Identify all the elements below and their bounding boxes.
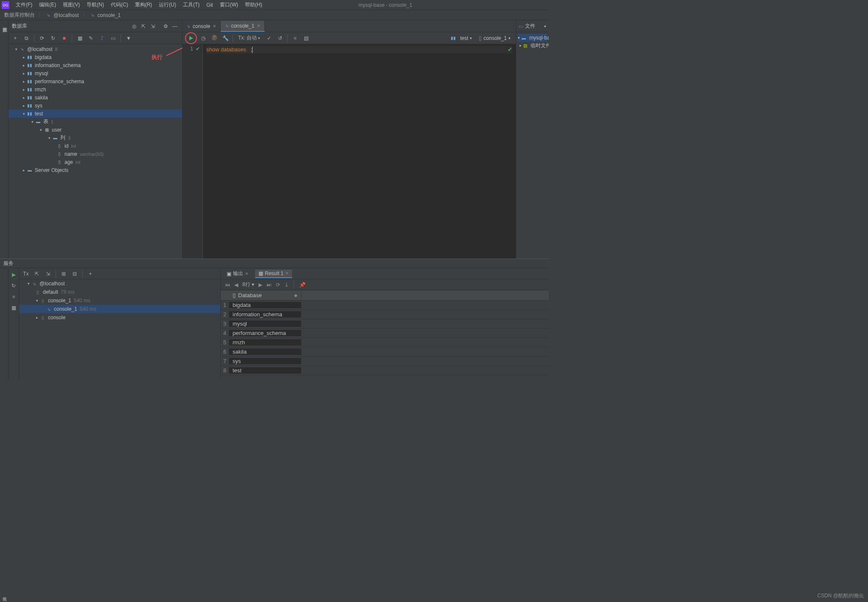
menu-view[interactable]: 视图(V) [60, 0, 83, 9]
tree-host[interactable]: ▾ ⇘ @localhost 8 [8, 45, 182, 53]
table-row[interactable]: 6sakila [221, 347, 549, 357]
crumb-host[interactable]: @localhost [53, 12, 79, 18]
menu-git[interactable]: Git [203, 1, 216, 9]
rollback-icon[interactable]: ↺ [275, 34, 285, 43]
result-tab[interactable]: ▦Result 1✕ [255, 270, 292, 278]
table-row[interactable]: 1bigdata [221, 301, 549, 310]
cell-database[interactable]: mysql [229, 321, 301, 327]
stop-icon[interactable]: ■ [10, 293, 17, 301]
tab-console[interactable]: ⇘ console ✕ [183, 21, 221, 32]
table-row[interactable]: 5rmzh [221, 338, 549, 347]
close-icon[interactable]: ✕ [257, 23, 260, 28]
export-icon[interactable]: ⤓ [284, 282, 289, 288]
run-icon[interactable]: ▶ [10, 271, 17, 278]
edit-icon[interactable]: ✎ [87, 34, 95, 42]
menu-code[interactable]: 代码(C) [108, 0, 131, 9]
crumb-console[interactable]: console_1 [98, 12, 121, 18]
table-row[interactable]: 7sys [221, 357, 549, 366]
svc-console1-session[interactable]: ▾▯console_1540 ms [19, 296, 220, 305]
svc-default[interactable]: ▯default78 ms [19, 288, 220, 296]
menu-tools[interactable]: 工具(T) [180, 0, 202, 9]
add-icon[interactable]: + [86, 270, 95, 278]
schema-performance_schema[interactable]: ▸▮▮performance_schema [8, 77, 182, 85]
group-icon[interactable]: ⊞ [59, 270, 68, 278]
column-age[interactable]: ▯ageint [8, 158, 182, 166]
gear-icon[interactable]: ⚙ [162, 23, 169, 30]
column-name[interactable]: ▯namevarchar(50) [8, 150, 182, 158]
menu-edit[interactable]: 编辑(E) [36, 0, 59, 9]
menu-refactor[interactable]: 重构(R) [132, 0, 155, 9]
schema-test[interactable]: ▾▮▮test [8, 110, 182, 118]
rerun-icon[interactable]: ↻ [10, 282, 17, 290]
table-user[interactable]: ▾▦user [8, 126, 182, 134]
schema-sakila[interactable]: ▸▮▮sakila [8, 93, 182, 101]
history-icon[interactable]: ◷ [199, 34, 208, 43]
prev-page-icon[interactable]: ◀ [234, 282, 238, 288]
table-row[interactable]: 2information_schema [221, 310, 549, 319]
add-icon[interactable]: + [11, 34, 20, 42]
output-tab[interactable]: ▣输出✕ [223, 269, 252, 278]
collapse-icon[interactable]: ⇲ [44, 270, 52, 278]
filter-icon[interactable]: ▼ [124, 34, 133, 42]
cell-database[interactable]: rmzh [229, 339, 301, 346]
cell-database[interactable]: bigdata [229, 302, 301, 308]
menu-file[interactable]: 文件(F) [13, 0, 35, 9]
minimize-icon[interactable]: — [171, 23, 179, 30]
stop-icon[interactable]: ■ [60, 34, 68, 42]
schema-bigdata[interactable]: ▸▮▮bigdata [8, 53, 182, 61]
svc-console[interactable]: ▸▯console [19, 313, 220, 322]
collapse-icon[interactable]: ⇲ [149, 23, 157, 30]
cell-database[interactable]: performance_schema [229, 330, 301, 336]
cell-database[interactable]: sakila [229, 349, 301, 355]
last-page-icon[interactable]: ⏭ [267, 282, 272, 288]
console-icon[interactable]: ▭ [109, 34, 117, 42]
explain-icon[interactable]: ⓟ [210, 34, 219, 43]
table-row[interactable]: 8test [221, 366, 549, 375]
next-page-icon[interactable]: ▶ [258, 282, 262, 288]
columns-folder[interactable]: ▾▬列3 [8, 134, 182, 142]
svc-host[interactable]: ▾⇘@localhost [19, 279, 220, 288]
sync-icon[interactable]: ↻ [49, 34, 57, 42]
diagram-icon[interactable]: ⤴ [98, 34, 106, 42]
analysis-ok-icon[interactable]: ✔ [508, 46, 512, 53]
svc-console1-run[interactable]: ⇘console_1540 ms [19, 305, 220, 313]
code-area[interactable]: show databases ; ✔ [203, 44, 516, 259]
files-scratch[interactable]: ▸▧临时文件和控 [518, 42, 547, 49]
cell-database[interactable]: test [229, 367, 301, 374]
session-selector[interactable]: ▯console_1▾ [476, 35, 513, 41]
server-objects[interactable]: ▸▬Server Objects [8, 166, 182, 174]
row-count[interactable]: 8行 ▾ [242, 281, 254, 288]
schema-rmzh[interactable]: ▸▮▮rmzh [8, 85, 182, 93]
layout-icon[interactable]: ▦ [10, 304, 17, 312]
menu-run[interactable]: 运行(U) [156, 0, 179, 9]
stop-icon[interactable]: ■ [290, 34, 300, 43]
reload-icon[interactable]: ⟳ [276, 282, 280, 288]
column-header-database[interactable]: ▯Database◆ [229, 292, 301, 298]
tx-mode-dropdown[interactable]: Tx: 自动▾ [236, 34, 263, 42]
code-editor[interactable]: 1 ✔ show databases ; ✔ [183, 44, 516, 259]
commit-icon[interactable]: ✓ [264, 34, 274, 43]
close-icon[interactable]: ✕ [245, 271, 248, 276]
schema-information_schema[interactable]: ▸▮▮information_schema [8, 61, 182, 69]
crumb-root[interactable]: 数据库控制台 [4, 11, 35, 19]
tables-folder[interactable]: ▾▬表1 [8, 118, 182, 126]
schema-selector[interactable]: ▮▮test▾ [447, 35, 475, 41]
table-icon[interactable]: ▦ [76, 34, 84, 42]
table-row[interactable]: 3mysql [221, 319, 549, 329]
run-button[interactable] [186, 34, 196, 43]
cell-database[interactable]: information_schema [229, 311, 301, 318]
menu-navigate[interactable]: 导航(N) [84, 0, 107, 9]
tx-icon[interactable]: Tx [22, 270, 30, 278]
sort-icon[interactable]: ◆ [294, 293, 298, 298]
first-page-icon[interactable]: ⏮ [225, 282, 230, 288]
column-id[interactable]: ▯idint [8, 142, 182, 150]
files-root[interactable]: ▾▬mysql-base [518, 34, 547, 42]
table-row[interactable]: 4performance_schema [221, 329, 549, 338]
ungroup-icon[interactable]: ⊟ [70, 270, 79, 278]
expand-icon[interactable]: ⇱ [140, 23, 147, 30]
side-tab-database[interactable]: 数据库 [0, 20, 8, 259]
close-icon[interactable]: ✕ [213, 24, 216, 28]
wrench-icon[interactable]: 🔧 [221, 34, 230, 43]
schema-mysql[interactable]: ▸▮▮mysql [8, 69, 182, 77]
output-icon[interactable]: ▤ [301, 34, 311, 43]
